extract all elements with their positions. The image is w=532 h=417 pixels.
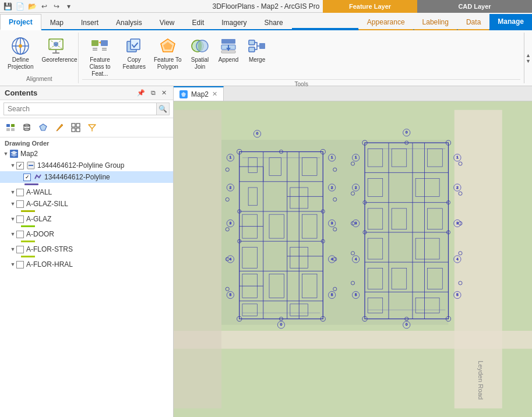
map2-tab[interactable]: Map2 ✕ [174,86,224,101]
svg-text:0: 0 [406,130,408,134]
tab-manage[interactable]: Manage [489,14,532,30]
grid-view-button[interactable] [69,121,83,135]
open-button[interactable]: 📂 [27,1,37,12]
contents-float-button[interactable]: ⧉ [149,89,157,97]
a-flor-hral-expand[interactable]: ▼ [9,261,16,268]
tab-share[interactable]: Share [256,14,292,30]
a-flor-strs-label: A-FLOR-STRS [26,245,73,253]
define-projection-button[interactable]: DefineProjection [5,35,36,72]
polyline-color-bar [24,183,38,185]
search-input[interactable] [3,103,157,115]
map2-tab-close[interactable]: ✕ [212,90,217,98]
svg-rect-27 [221,51,235,53]
copy-feat-icon [125,37,143,55]
svg-text:5: 5 [456,292,459,296]
svg-text:5: 5 [331,292,333,296]
tab-insert[interactable]: Insert [72,14,107,30]
pencil-view-button[interactable] [52,121,66,135]
a-door-label: A-DOOR [26,230,54,238]
tab-data[interactable]: Data [457,14,489,30]
map-canvas[interactable]: Leyden Road [174,101,532,417]
svg-marker-13 [98,41,101,44]
append-button[interactable]: Append [216,35,242,65]
filter-view-button[interactable] [85,121,99,135]
a-door-checkbox[interactable] [16,231,24,238]
ribbon-tabs: Project Map Insert Analysis View Edit Im… [0,13,532,30]
polygon-view-button[interactable] [36,121,50,135]
tree-item-map2[interactable]: ▼ Map2 [0,148,173,160]
redo-button[interactable]: ↪ [51,1,62,12]
list-view-button[interactable] [3,121,17,135]
tab-imagery[interactable]: Imagery [213,14,255,30]
a-glaz-sill-expand[interactable]: ▼ [9,200,16,207]
contents-close-button[interactable]: ✕ [160,89,168,97]
alignment-group-label: Alignment [26,75,52,82]
customize-button[interactable]: ▾ [64,1,74,12]
svg-rect-19 [131,39,140,50]
polyline-expand [16,174,23,181]
svg-text:1: 1 [230,155,232,159]
tab-view[interactable]: View [151,14,184,30]
feature-layer-banner: Feature Layer [323,0,417,13]
a-door-expand[interactable]: ▼ [9,231,16,238]
tree-item-polyline[interactable]: ✓ 1344464612-Polyline [0,171,173,183]
a-wall-checkbox[interactable] [16,189,24,196]
a-flor-strs-expand[interactable]: ▼ [9,246,16,253]
tree-item-polyline-group[interactable]: ▼ ✓ 1344464612-Polyline Group [0,160,173,171]
undo-button[interactable]: ↩ [39,1,50,12]
svg-text:3: 3 [355,221,357,225]
tree-item-a-door[interactable]: ▼ A-DOOR [0,228,173,240]
merge-button[interactable]: Merge [244,35,270,65]
svg-rect-58 [174,110,221,409]
svg-text:0: 0 [256,131,259,135]
svg-rect-32 [259,43,265,49]
tree-item-a-glaz[interactable]: ▼ A-GLAZ [0,213,173,225]
tab-edit[interactable]: Edit [184,14,213,30]
tree-item-a-flor-strs[interactable]: ▼ A-FLOR-STRS [0,243,173,255]
a-flor-strs-checkbox[interactable] [16,246,24,253]
search-button[interactable]: 🔍 [157,103,170,115]
svg-text:5: 5 [355,292,357,296]
polyline-icon [33,172,43,182]
copy-features-button[interactable]: CopyFeatures [119,35,148,72]
spatial-join-label: SpatialJoin [191,56,209,70]
a-glaz-checkbox[interactable] [16,215,24,223]
a-wall-expand[interactable]: ▼ [9,189,16,196]
save-button[interactable]: 💾 [2,1,13,12]
a-glaz-sill-checkbox[interactable] [16,200,24,208]
feature-class-to-feature-button[interactable]: FeatureClass to Feat... [82,35,117,79]
tab-appearance[interactable]: Appearance [358,14,414,30]
alignment-buttons: DefineProjection Georeference [5,34,73,75]
tree-item-a-flor-hral[interactable]: ▼ A-FLOR-HRAL [0,259,173,270]
new-button[interactable]: 📄 [15,1,25,12]
contents-pin-button[interactable]: 📌 [135,89,147,97]
feat-class-icon [90,37,109,55]
a-glaz-sill-color-bar [21,210,35,212]
georeference-label: Georeference [41,56,71,63]
tree-item-a-glaz-sill[interactable]: ▼ A-GLAZ-SILL [0,198,173,210]
spatial-join-button[interactable]: SpatialJoin [187,35,213,72]
feature-to-polygon-button[interactable]: Feature ToPolygon [151,35,185,72]
layer-tree: Drawing Order ▼ Map2 ▼ ✓ [0,137,173,417]
a-glaz-expand[interactable]: ▼ [9,215,16,222]
polyline-checkbox[interactable]: ✓ [23,174,31,181]
cylinder-icon [22,123,31,132]
map2-expand-icon[interactable]: ▼ [2,150,9,157]
a-flor-strs-color-bar [21,256,35,257]
tab-project[interactable]: Project [0,14,41,30]
cylinder-view-button[interactable] [20,121,34,135]
tab-labeling[interactable]: Labeling [414,14,457,30]
polyline-group-checkbox[interactable]: ✓ [16,162,24,169]
tree-item-a-wall[interactable]: ▼ A-WALL [0,186,173,198]
polyline-group-expand-icon[interactable]: ▼ [9,162,16,169]
tab-analysis[interactable]: Analysis [107,14,151,30]
spatial-icon [191,37,209,55]
georeference-button[interactable]: Georeference [38,35,73,65]
a-flor-hral-checkbox[interactable] [16,261,24,268]
ribbon-scroll-arrows[interactable]: ▲ ▼ [524,33,532,83]
tab-map[interactable]: Map [41,14,72,30]
pencil-icon [55,123,64,132]
svg-rect-11 [91,40,98,46]
title-bar-text: 3DFloorPlans - Map2 - ArcGIS Pro [212,2,319,10]
contents-panel: Contents 📌 ⧉ ✕ 🔍 [0,86,174,417]
